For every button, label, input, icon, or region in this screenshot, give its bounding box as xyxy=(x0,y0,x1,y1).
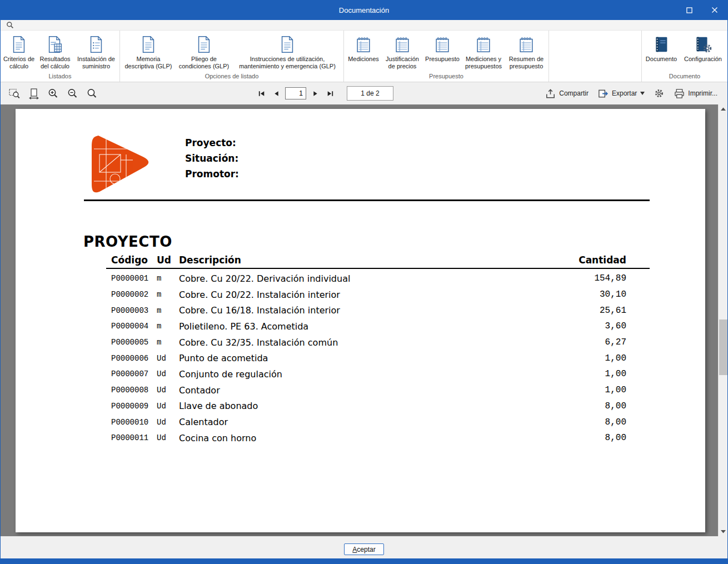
cell-descripcion: Cobre. Cu 32/35. Instalación común xyxy=(179,337,543,348)
cell-codigo: P0000007 xyxy=(111,370,157,378)
zoom-full-icon xyxy=(86,87,98,100)
table-row: P0000008 Ud Contador 1,00 xyxy=(106,382,650,398)
window-title: Documentación xyxy=(1,6,727,14)
ribbon-button-presupuesto[interactable]: Presupuesto xyxy=(423,32,462,63)
next-page-icon xyxy=(311,89,320,98)
cell-ud: m xyxy=(157,290,179,299)
ribbon-button-label: Mediciones y presupuestos xyxy=(462,56,505,69)
ribbon-button-label: Resumen de presupuesto xyxy=(505,56,547,69)
arrow-up-icon xyxy=(719,104,727,114)
ribbon-button-resultados-del-calculo[interactable]: Resultados del cálculo xyxy=(36,32,74,69)
project-label: Proyecto: xyxy=(185,135,239,151)
ribbon-button-mediciones-y-presupuestos[interactable]: Mediciones y presupuestos xyxy=(462,32,505,69)
cell-codigo: P0000011 xyxy=(111,433,157,442)
scroll-down-button[interactable] xyxy=(719,527,727,536)
cell-descripcion: Calentador xyxy=(179,417,543,427)
cell-codigo: P0000004 xyxy=(111,322,157,331)
table-row: P0000003 m Cobre. Cu 16/18. Instalación … xyxy=(106,302,650,318)
promoter-label: Promotor: xyxy=(185,166,239,182)
scrollbar-thumb[interactable] xyxy=(719,320,727,375)
previous-page-button[interactable] xyxy=(270,87,282,100)
ribbon-button-label: Presupuesto xyxy=(425,56,460,63)
ribbon-button-label: Configuración xyxy=(684,56,722,63)
table-header: Código Ud Descripción Cantidad xyxy=(106,252,650,269)
cell-ud: Ud xyxy=(157,418,179,427)
ribbon-search-row xyxy=(1,20,727,31)
close-button[interactable] xyxy=(702,0,727,20)
share-label: Compartir xyxy=(559,89,589,97)
last-page-button[interactable] xyxy=(324,87,336,100)
col-header-cantidad: Cantidad xyxy=(543,254,626,266)
table-row: P0000005 m Cobre. Cu 32/35. Instalación … xyxy=(106,335,650,351)
ribbon-button-configuracion[interactable]: Configuración xyxy=(680,32,726,63)
zoom-selection-icon xyxy=(8,87,21,100)
zoom-tools xyxy=(8,82,98,104)
documentation-window: Documentación Criterios de cálculo Resul… xyxy=(0,0,728,564)
zoom-in-icon xyxy=(47,87,59,100)
ribbon-button-label: Instrucciones de utilización, mantenimie… xyxy=(232,56,342,69)
next-page-button[interactable] xyxy=(309,87,321,100)
budget-summary-notepad-icon xyxy=(517,33,536,56)
share-button[interactable]: Compartir xyxy=(543,86,590,101)
ribbon-group-buttons: Criterios de cálculo Resultados del cálc… xyxy=(1,31,119,72)
page-number-input[interactable] xyxy=(285,87,306,99)
cell-ud: Ud xyxy=(157,370,179,378)
ribbon-button-pliego-de-condiciones[interactable]: Pliego de condiciones (GLP) xyxy=(176,32,232,69)
ribbon: Criterios de cálculo Resultados del cálc… xyxy=(1,31,727,82)
ribbon-button-resumen-de-presupuesto[interactable]: Resumen de presupuesto xyxy=(505,32,547,69)
zoom-in-button[interactable] xyxy=(47,87,59,100)
ribbon-group-buttons: Memoria descriptiva (GLP) Pliego de cond… xyxy=(120,31,343,72)
cell-descripcion: Cobre. Cu 20/22. Derivación individual xyxy=(179,273,543,284)
maximize-button[interactable] xyxy=(676,0,702,20)
ribbon-button-label: Resultados del cálculo xyxy=(36,56,74,69)
printer-icon xyxy=(674,88,685,99)
cell-ud: Ud xyxy=(157,386,179,395)
scroll-up-button[interactable] xyxy=(719,104,727,114)
cell-descripcion: Conjunto de regulación xyxy=(179,369,543,380)
cell-codigo: P0000009 xyxy=(111,402,157,411)
ribbon-group-documento: Documento Configuración Documento xyxy=(642,31,727,82)
cell-ud: m xyxy=(157,274,179,283)
table-row: P0000007 Ud Conjunto de regulación 1,00 xyxy=(106,366,650,382)
ribbon-button-memoria-descriptiva[interactable]: Memoria descriptiva (GLP) xyxy=(121,32,176,69)
cell-cantidad: 3,60 xyxy=(543,321,626,331)
table-row: P0000011 Ud Cocina con horno 8,00 xyxy=(106,430,650,446)
ribbon-button-documento[interactable]: Documento xyxy=(643,32,680,63)
ribbon-button-justificacion-de-precios[interactable]: Justificación de precios xyxy=(382,32,423,69)
cell-descripcion: Cobre. Cu 20/22. Instalación interior xyxy=(179,290,543,300)
export-button[interactable]: Exportar xyxy=(596,86,646,101)
first-page-button[interactable] xyxy=(255,87,267,100)
ribbon-button-label: Justificación de precios xyxy=(382,56,423,69)
table-body: P0000001 m Cobre. Cu 20/22. Derivación i… xyxy=(106,269,650,446)
maximize-icon xyxy=(686,7,692,13)
ribbon-group-opciones-de-listado: Memoria descriptiva (GLP) Pliego de cond… xyxy=(120,31,344,82)
zoom-full-button[interactable] xyxy=(86,87,98,100)
vertical-scrollbar[interactable] xyxy=(718,104,727,536)
aceptar-button[interactable]: Aceptar xyxy=(344,543,384,555)
ribbon-button-instrucciones-utilizacion[interactable]: Instrucciones de utilización, mantenimie… xyxy=(232,32,342,69)
ribbon-button-label: Mediciones xyxy=(348,56,379,63)
cell-cantidad: 8,00 xyxy=(543,433,626,443)
table-row: P0000002 m Cobre. Cu 20/22. Instalación … xyxy=(106,287,650,303)
header-rule xyxy=(84,199,650,201)
zoom-out-button[interactable] xyxy=(67,87,79,100)
ribbon-button-criterios-de-calculo[interactable]: Criterios de cálculo xyxy=(2,32,36,69)
zoom-selection-button[interactable] xyxy=(8,87,21,100)
fit-page-button[interactable] xyxy=(28,87,40,100)
first-page-icon xyxy=(257,89,266,98)
ribbon-button-mediciones[interactable]: Mediciones xyxy=(345,32,382,63)
last-page-icon xyxy=(326,89,335,98)
cell-descripcion: Polietileno. PE 63. Acometida xyxy=(179,321,543,332)
cell-ud: m xyxy=(157,322,179,331)
ribbon-group-label: Documento xyxy=(642,72,727,82)
settings-button[interactable] xyxy=(652,86,666,101)
gear-icon xyxy=(654,88,665,99)
search-icon[interactable] xyxy=(6,21,14,29)
ribbon-button-instalacion-de-suministro[interactable]: Instalación de suministro xyxy=(74,32,118,69)
budget-notepad-icon xyxy=(433,33,452,56)
ribbon-button-label: Documento xyxy=(646,56,677,63)
cell-codigo: P0000010 xyxy=(111,418,157,427)
measurements-notepad-icon xyxy=(354,33,373,56)
prices-notepad-icon xyxy=(393,33,412,56)
print-button[interactable]: Imprimir... xyxy=(672,86,719,101)
